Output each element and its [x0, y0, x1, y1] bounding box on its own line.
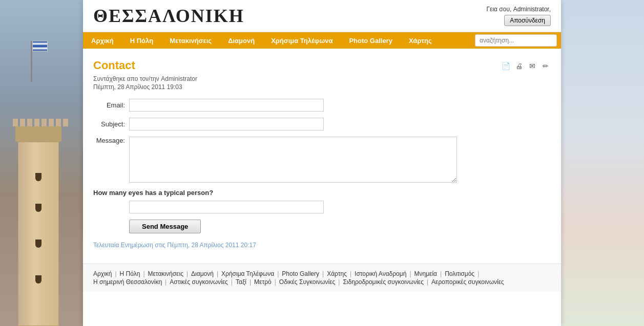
footer-link-history[interactable]: Ιστορική Αναδρομή: [355, 270, 406, 277]
nav-home[interactable]: Αρχική: [83, 32, 122, 49]
print-icon[interactable]: 🖨: [514, 61, 524, 71]
captcha-question: How many eyes has a typical person?: [93, 189, 551, 197]
search-container: [471, 32, 561, 49]
right-decoration: [561, 0, 644, 326]
last-updated: Τελευταία Ενημέρωση στις Πέμπτη, 28 Απρί…: [93, 242, 551, 249]
header: ΘΕΣΣΑΛΟΝΙΚΗ Γεια σου, Administrator, Απο…: [83, 0, 561, 32]
message-textarea[interactable]: [129, 137, 457, 183]
nav-transport[interactable]: Μετακινήσεις: [161, 32, 220, 49]
footer-link-culture[interactable]: Πολιτισμός: [445, 270, 474, 277]
footer-link-transport[interactable]: Μετακινήσεις: [148, 270, 183, 277]
footer-link-rail[interactable]: Σιδηροδρομικές συγκοινωνίες: [343, 278, 424, 286]
tower-window: [35, 173, 41, 181]
greeting-text: Γεια σου, Administrator,: [486, 6, 551, 13]
site-logo: ΘΕΣΣΑΛΟΝΙΚΗ: [93, 5, 244, 27]
nav-map[interactable]: Χάρτης: [401, 32, 440, 49]
subject-input[interactable]: [129, 118, 324, 131]
email-row: Email:: [93, 99, 551, 112]
captcha-input[interactable]: [129, 201, 324, 213]
footer-link-today[interactable]: Η σημερινή Θεσσαλονίκη: [93, 278, 162, 286]
footer-link-air[interactable]: Αεροπορικές συγκοινωνίες: [431, 278, 504, 286]
footer-link-home[interactable]: Αρχική: [93, 270, 112, 277]
footer-link-stay[interactable]: Διαμονή: [191, 270, 214, 277]
footer: Αρχική | Η Πόλη | Μετακινήσεις | Διαμονή…: [83, 264, 561, 292]
footer-link-urban[interactable]: Αστικές συγκοινωνίες: [170, 278, 228, 286]
greek-flag: [32, 41, 48, 51]
message-label: Message:: [93, 137, 129, 144]
email-label: Email:: [93, 101, 129, 109]
search-input[interactable]: [475, 34, 557, 47]
action-icons: 📄 🖨 ✉ ✏: [501, 61, 551, 71]
content-area: 📄 🖨 ✉ ✏ Contact Συντάχθηκε απο τον/την A…: [83, 49, 561, 264]
email-input[interactable]: [129, 99, 324, 112]
footer-link-metro[interactable]: Μετρό: [254, 278, 272, 286]
main-container: ΘΕΣΣΑΛΟΝΙΚΗ Γεια σου, Administrator, Απο…: [83, 0, 561, 326]
pdf-icon[interactable]: 📄: [501, 61, 511, 71]
nav-phones[interactable]: Χρήσιμα Τηλέφωνα: [263, 32, 341, 49]
subject-label: Subject:: [93, 120, 129, 128]
nav-stay[interactable]: Διαμονή: [220, 32, 263, 49]
footer-links: Αρχική | Η Πόλη | Μετακινήσεις | Διαμονή…: [93, 270, 551, 286]
footer-link-road[interactable]: Οδικές Συγκοινωνίες: [279, 278, 336, 286]
footer-link-taxi[interactable]: Ταξί: [236, 278, 246, 286]
logout-button[interactable]: Αποσύνδεση: [504, 15, 551, 26]
header-right: Γεια σου, Administrator, Αποσύνδεση: [486, 6, 551, 26]
footer-link-monuments[interactable]: Μνημεία: [414, 270, 438, 277]
navbar: Αρχική Η Πόλη Μετακινήσεις Διαμονή Χρήσι…: [83, 32, 561, 49]
nav-city[interactable]: Η Πόλη: [122, 32, 162, 49]
send-button-container: Send Message: [93, 220, 551, 233]
tower-window: [35, 275, 41, 284]
email-icon[interactable]: ✉: [527, 61, 537, 71]
footer-link-map[interactable]: Χάρτης: [327, 270, 347, 277]
left-decoration: [0, 0, 83, 326]
footer-link-phones[interactable]: Χρήσιμα Τηλέφωνα: [221, 270, 274, 277]
page-title: Contact: [93, 59, 551, 72]
tower-battlements: [13, 119, 68, 126]
footer-link-gallery[interactable]: Photo Gallery: [282, 270, 319, 277]
edit-icon[interactable]: ✏: [541, 61, 551, 71]
meta-date: Πέμπτη, 28 Απρίλιος 2011 19:03: [93, 83, 551, 91]
meta-author: Συντάχθηκε απο τον/την Administrator: [93, 75, 551, 82]
tower-top: [15, 126, 61, 142]
message-row: Message:: [93, 137, 551, 183]
subject-row: Subject:: [93, 118, 551, 131]
contact-form: Email: Subject: Message: How many eyes h…: [93, 99, 551, 233]
send-button[interactable]: Send Message: [129, 220, 201, 233]
footer-link-city[interactable]: Η Πόλη: [120, 270, 140, 277]
tower-decoration: [10, 111, 67, 326]
tower-window: [35, 240, 41, 248]
nav-gallery[interactable]: Photo Gallery: [341, 32, 401, 49]
tower-window: [35, 204, 41, 212]
